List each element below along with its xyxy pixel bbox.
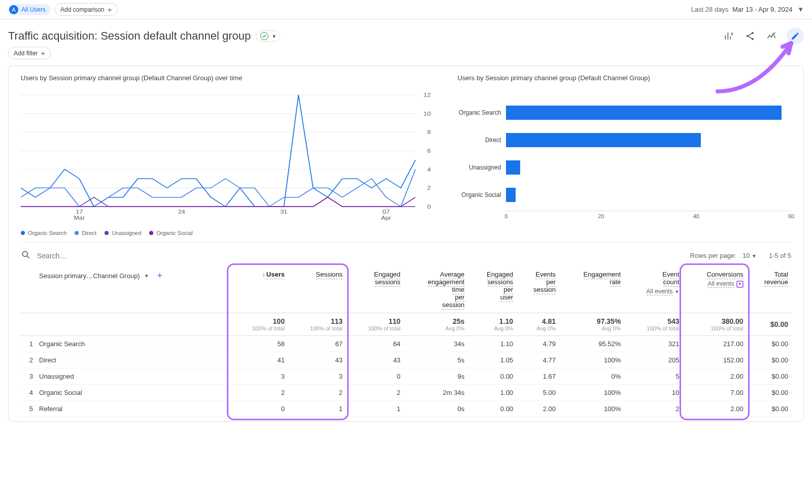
svg-text:24: 24 <box>178 209 186 215</box>
metric-subselect[interactable]: All events <box>647 288 673 295</box>
line-chart: 02468101217Mar243107Apr <box>21 90 433 222</box>
legend-item[interactable]: Organic Social <box>149 230 193 236</box>
column-header[interactable]: Sessions <box>288 266 346 313</box>
page-title: Traffic acquisition: Session default cha… <box>8 29 251 43</box>
caret-down-icon: ▼ <box>144 273 149 279</box>
rows-per-page-select[interactable]: 10 ▼ <box>742 252 757 259</box>
svg-text:07: 07 <box>383 209 390 215</box>
date-range-picker[interactable]: Last 28 days Mar 13 - Apr 9, 2024 ▼ <box>691 6 804 13</box>
column-header[interactable]: ConversionsAll events ▼ <box>683 266 747 313</box>
share-icon[interactable] <box>744 30 756 42</box>
column-header[interactable]: Totalrevenue <box>747 266 791 313</box>
table-row[interactable]: 3Unassigned3309s0.001.670%52.00$0.00 <box>21 368 791 385</box>
plus-icon: + <box>108 5 112 14</box>
legend-item[interactable]: Unassigned <box>105 230 141 236</box>
plus-icon: + <box>41 49 45 57</box>
svg-text:12: 12 <box>424 92 431 98</box>
sort-arrow-icon: ↓ <box>262 271 265 278</box>
bar-label: Direct <box>457 137 506 144</box>
caret-down-icon: ▼ <box>272 33 277 39</box>
segment-label: All Users <box>21 6 46 13</box>
caret-down-icon: ▼ <box>797 6 804 13</box>
column-header[interactable]: Engagedsessionsperuser <box>467 266 516 313</box>
add-comparison-chip[interactable]: Add comparison + <box>55 3 117 16</box>
caret-down-icon: ▼ <box>752 253 757 259</box>
column-header[interactable]: Engagementrate <box>559 266 624 313</box>
customize-chart-icon[interactable] <box>723 30 735 42</box>
svg-text:8: 8 <box>427 129 431 136</box>
svg-text:Apr: Apr <box>381 215 391 221</box>
svg-text:4: 4 <box>427 166 431 173</box>
table-row[interactable]: 4Organic Social2222m 34s1.005.00100%107.… <box>21 385 791 401</box>
search-input[interactable] <box>37 252 690 260</box>
top-bar: A All Users Add comparison + Last 28 day… <box>0 0 812 19</box>
status-pill[interactable]: ▼ <box>256 30 280 42</box>
add-filter-chip[interactable]: Add filter + <box>8 47 51 59</box>
bar-label: Organic Search <box>457 109 506 116</box>
table-toolbar: Rows per page: 10 ▼ 1-5 of 5 <box>21 242 791 266</box>
column-header[interactable]: Eventspersession <box>516 266 559 313</box>
bar-chart-title: Users by Session primary channel group (… <box>457 74 791 82</box>
dropdown-caret-icon[interactable]: ▼ <box>736 281 743 288</box>
legend-item[interactable]: Organic Search <box>21 230 66 236</box>
add-dimension-button[interactable]: + <box>157 271 163 281</box>
segment-letter: A <box>9 5 18 14</box>
table-row[interactable]: 1Organic Search58676434s1.104.7995.52%32… <box>21 336 791 352</box>
legend-item[interactable]: Direct <box>75 230 96 236</box>
pager-text: 1-5 of 5 <box>769 252 791 259</box>
search-icon <box>21 250 31 261</box>
segment-chip[interactable]: A All Users <box>8 4 51 15</box>
column-header[interactable]: ↓Users <box>230 266 288 313</box>
metric-subselect[interactable]: All events <box>708 280 734 288</box>
edit-pencil-icon[interactable] <box>787 27 804 45</box>
column-header[interactable]: EventcountAll events ▼ <box>624 266 682 313</box>
check-circle-icon <box>260 32 268 40</box>
svg-text:6: 6 <box>427 148 431 154</box>
table-row[interactable]: 5Referral0110s0.002.00100%22.00$0.00 <box>21 401 791 417</box>
dimension-header[interactable]: Session primary…Channel Group) <box>39 272 140 280</box>
line-chart-title: Users by Session primary channel group (… <box>21 74 433 82</box>
report-card: Users by Session primary channel group (… <box>8 65 804 422</box>
table-row[interactable]: 2Direct4143435s1.054.77100%205152.00$0.0… <box>21 352 791 368</box>
svg-point-3 <box>774 32 775 33</box>
svg-text:10: 10 <box>424 111 431 117</box>
svg-text:17: 17 <box>76 209 83 215</box>
svg-text:31: 31 <box>280 209 288 215</box>
svg-text:2: 2 <box>427 185 431 191</box>
report-header: Traffic acquisition: Session default cha… <box>0 19 812 47</box>
bar-chart: Organic SearchDirectUnassignedOrganic So… <box>457 90 791 221</box>
bar-label: Organic Social <box>457 191 506 198</box>
bar-label: Unassigned <box>457 164 506 171</box>
svg-point-24 <box>22 251 27 256</box>
svg-text:0: 0 <box>427 204 431 210</box>
rows-per-page-label: Rows per page: <box>690 252 736 259</box>
data-table: Session primary…Channel Group) ▼ + ↓User… <box>21 266 791 417</box>
column-header[interactable]: Engagedsessions <box>346 266 403 313</box>
line-chart-legend: Organic SearchDirectUnassignedOrganic So… <box>21 230 433 236</box>
svg-text:Mar: Mar <box>74 215 85 221</box>
column-header[interactable]: Averageengagementtimepersession <box>403 266 467 313</box>
totals-row: 100100% of total113100% of total110100% … <box>21 313 791 336</box>
caret-down-icon: ▼ <box>675 289 680 294</box>
insights-icon[interactable] <box>765 30 777 42</box>
